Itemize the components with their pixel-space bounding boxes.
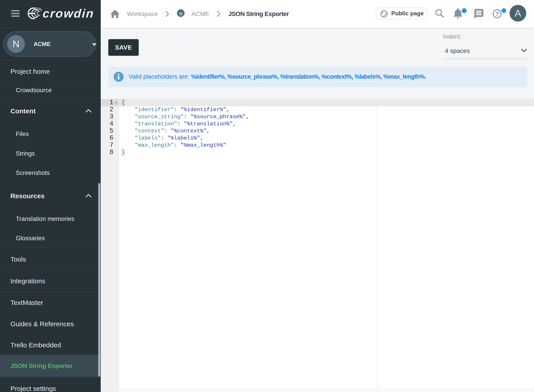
svg-text:?: ? — [495, 10, 499, 17]
